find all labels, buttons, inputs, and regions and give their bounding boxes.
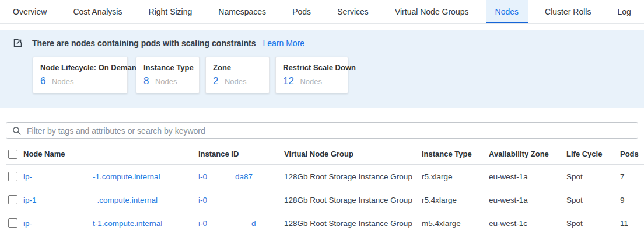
banner-message: There are nodes containing pods with sca… [32,39,256,48]
row-checkbox[interactable] [8,172,18,181]
table-header-row: Node Name Instance ID Virtual Node Group… [0,143,644,165]
arrow-up-right-square-icon [13,38,23,48]
card-unit: Nodes [52,77,74,86]
constraint-card-zone[interactable]: Zone 2 Nodes [205,57,270,93]
column-header-instance-id: Instance ID [198,150,284,158]
instance-id-link[interactable]: i-0da87 [198,172,253,181]
tab-pods[interactable]: Pods [283,0,320,23]
redaction-patch [198,210,248,213]
instance-type-cell: m5.4xlarge [422,219,489,228]
learn-more-link[interactable]: Learn More [263,39,305,48]
card-title: Instance Type [144,63,192,72]
column-header-life-cycle: Life Cycle [566,150,620,158]
column-header-instance-type: Instance Type [422,150,489,158]
node-name-link[interactable]: ip-t-1.compute.internal [23,219,162,228]
constraint-card-restrict-scale-down[interactable]: Restrict Scale Down 12 Nodes [275,57,348,93]
filter-search-box [6,122,638,139]
filter-search-input[interactable] [27,126,632,136]
virtual-node-group-cell: 128Gb Root Storage Instance Group [284,172,422,181]
instance-id-link[interactable]: i-0d [198,219,256,228]
table-row: ip-t-1.compute.internal i-0d 128Gb Root … [0,211,644,235]
column-header-pods: Pods [620,150,644,158]
tab-cost-analysis[interactable]: Cost Analysis [64,0,131,23]
availability-zone-cell: eu-west-1a [489,196,566,204]
tab-services[interactable]: Services [328,0,378,23]
instance-id-link[interactable]: i-0 [198,196,207,204]
pods-cell: 7 [620,172,644,181]
availability-zone-cell: eu-west-1a [489,172,566,181]
card-title: Restrict Scale Down [283,63,341,72]
virtual-node-group-cell: 128Gb Root Storage Instance Group [284,219,422,228]
banner-message-row: There are nodes containing pods with sca… [13,38,304,48]
card-unit: Nodes [300,77,322,86]
life-cycle-cell: Spot [566,196,620,204]
table-row: ip--1.compute.internal i-0da87 128Gb Roo… [0,165,644,188]
column-header-availability-zone: Availability Zone [489,150,566,158]
virtual-node-group-cell: 128Gb Root Storage Instance Group [284,196,422,204]
tab-log[interactable]: Log [608,0,640,23]
card-unit: Nodes [155,77,177,86]
column-header-node-name: Node Name [23,150,198,158]
node-name-link[interactable]: ip-1.compute.internal [23,196,158,204]
card-title: Zone [213,63,262,72]
select-all-checkbox[interactable] [8,150,18,159]
card-count: 12 [283,75,294,87]
card-count: 8 [144,75,149,87]
availability-zone-cell: eu-west-1c [489,219,566,228]
tab-namespaces[interactable]: Namespaces [209,0,275,23]
instance-type-cell: r5.xlarge [422,172,489,181]
tab-overview[interactable]: Overview [4,0,56,23]
redaction-patch [38,210,96,213]
pods-cell: 9 [620,196,644,204]
table-row: ip-1.compute.internal i-0 128Gb Root Sto… [0,188,644,211]
search-icon [12,126,22,136]
scaling-constraints-banner: There are nodes containing pods with sca… [0,30,644,108]
tab-virtual-node-groups[interactable]: Virtual Node Groups [386,0,478,23]
node-name-link[interactable]: ip--1.compute.internal [23,172,160,181]
tab-right-sizing[interactable]: Right Sizing [139,0,202,23]
life-cycle-cell: Spot [566,172,620,181]
card-unit: Nodes [225,77,247,86]
constraint-card-instance-type[interactable]: Instance Type 8 Nodes [136,57,200,93]
pods-cell: 11 [620,219,644,228]
life-cycle-cell: Spot [566,219,620,228]
nodes-table: Node Name Instance ID Virtual Node Group… [0,143,644,235]
row-checkbox[interactable] [8,195,18,204]
card-count: 6 [40,75,46,87]
nodes-page: Overview Cost Analysis Right Sizing Name… [0,0,644,236]
card-count: 2 [213,75,218,87]
tab-nodes[interactable]: Nodes [486,0,528,23]
constraint-card-node-lifecycle[interactable]: Node Lifecycle: On Demand 6 Nodes [33,57,128,93]
cluster-tab-bar: Overview Cost Analysis Right Sizing Name… [0,0,644,24]
tab-cluster-rolls[interactable]: Cluster Rolls [536,0,600,23]
instance-type-cell: r5.4xlarge [422,196,489,204]
row-checkbox[interactable] [8,218,18,228]
card-title: Node Lifecycle: On Demand [40,63,120,72]
column-header-virtual-node-group: Virtual Node Group [284,150,422,158]
